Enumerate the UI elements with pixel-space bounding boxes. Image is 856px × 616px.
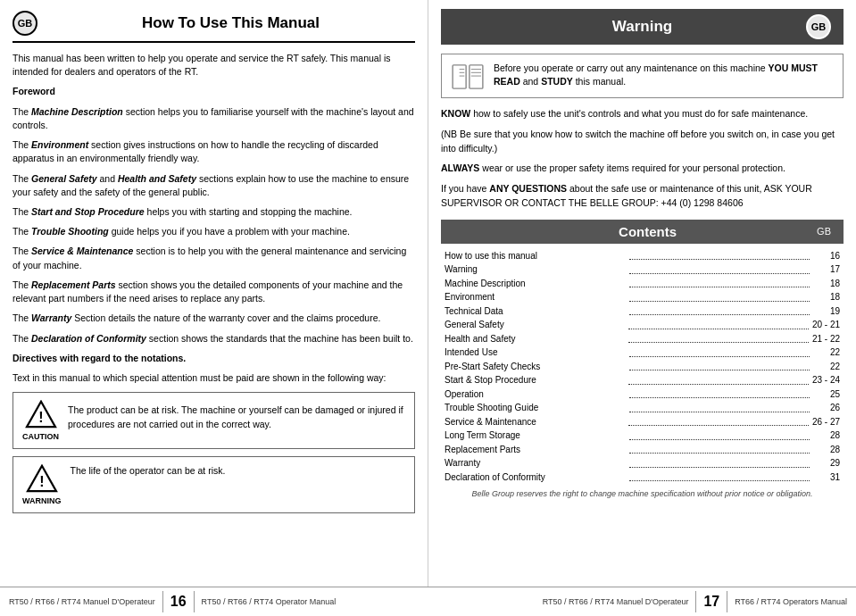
footer-right-text1: RT50 / RT66 / RT74 Manuel D'Operateur — [543, 597, 689, 606]
footer-left-text2: RT50 / RT66 / RT74 Operator Manual — [202, 597, 337, 606]
svg-rect-5 — [470, 65, 483, 88]
toc-page: 16 — [813, 249, 840, 263]
para-trouble: The Trouble Shooting guide helps you if … — [12, 225, 415, 238]
toc-dots — [629, 456, 810, 468]
caution-box: ! CAUTION The product can be at risk. Th… — [12, 392, 415, 449]
toc-item: Declaration of Conformity31 — [445, 470, 840, 485]
toc-dots — [629, 249, 810, 261]
book-icon — [451, 63, 485, 90]
toc-item: Technical Data19 — [445, 304, 840, 319]
toc-page: 31 — [813, 470, 840, 485]
toc-item: How to use this manual16 — [445, 249, 840, 263]
para-start-stop: The Start and Stop Procedure helps you w… — [12, 205, 415, 219]
foreword-label: Foreword — [12, 85, 415, 98]
warning-text: The life of the operator can be at risk. — [71, 464, 226, 478]
footer-left-page: 16 — [170, 594, 187, 610]
toc-item-label: Service & Maintenance — [445, 415, 625, 429]
toc-item-label: Machine Description — [445, 277, 626, 291]
toc-item-label: Environment — [445, 290, 626, 304]
footer-right-text2: RT66 / RT74 Operators Manual — [735, 597, 847, 606]
toc-note: Belle Group reserves the right to change… — [441, 489, 844, 498]
toc-page: 21 - 22 — [812, 332, 840, 346]
toc-dots — [629, 304, 810, 316]
warning-must-read: Before you operate or carry out any main… — [494, 62, 834, 88]
svg-text:!: ! — [38, 410, 43, 425]
toc-dots — [629, 429, 810, 440]
toc-page: 20 - 21 — [812, 318, 840, 332]
gb-badge-left: GB — [12, 11, 37, 36]
right-panel: Warning GB Before you operate or carry o… — [428, 0, 856, 587]
intro-para: This manual has been written to help you… — [12, 52, 415, 79]
toc-dots — [628, 415, 809, 427]
toc-list: How to use this manual16Warning17Machine… — [441, 249, 844, 485]
caution-text: The product can be at risk. The machine … — [68, 404, 405, 430]
right-body: KNOW how to safely use the unit's contro… — [441, 107, 844, 211]
toc-item-label: Start & Stop Procedure — [445, 373, 625, 387]
toc-item: Start & Stop Procedure23 - 24 — [445, 373, 840, 387]
footer-divider-4 — [727, 591, 727, 612]
toc-item-label: Long Term Storage — [445, 429, 626, 443]
footer-left-text1: RT50 / RT66 / RT74 Manuel D'Operateur — [9, 597, 155, 606]
right-header: Warning GB — [441, 9, 844, 45]
toc-item: Health and Safety21 - 22 — [445, 332, 840, 346]
toc-page: 22 — [813, 360, 840, 374]
gb-badge-right: GB — [806, 14, 831, 39]
nb-text: (NB Be sure that you know how to switch … — [441, 128, 844, 156]
toc-dots — [629, 387, 810, 399]
svg-text:!: ! — [39, 474, 44, 489]
toc-page: 23 - 24 — [812, 373, 840, 387]
toc-item-label: Trouble Shooting Guide — [445, 401, 626, 415]
toc-dots — [629, 290, 810, 302]
toc-item: Environment18 — [445, 290, 840, 304]
toc-dots — [629, 360, 810, 371]
para-general-safety: The General Safety and Health and Safety… — [12, 172, 415, 199]
contents-header: Contents GB — [441, 220, 844, 244]
toc-dots — [629, 443, 810, 454]
toc-dots — [629, 262, 810, 274]
toc-item: Warranty29 — [445, 456, 840, 470]
right-title: Warning — [478, 18, 806, 36]
left-header: GB How To Use This Manual — [12, 11, 415, 43]
know-text: KNOW how to safely use the unit's contro… — [441, 107, 844, 121]
toc-dots — [628, 332, 809, 344]
para-replacement: The Replacement Parts section shows you … — [12, 279, 415, 305]
left-panel: GB How To Use This Manual This manual ha… — [0, 0, 428, 587]
toc-item: Trouble Shooting Guide26 — [445, 401, 840, 415]
para-environment: The Environment section gives instructio… — [12, 138, 415, 165]
toc-item-label: Operation — [445, 387, 626, 402]
toc-item: Service & Maintenance26 - 27 — [445, 415, 840, 429]
toc-page: 28 — [813, 443, 840, 457]
toc-dots — [629, 401, 810, 412]
questions-text: If you have ANY QUESTIONS about the safe… — [441, 182, 844, 211]
warning-box: ! WARNING The life of the operator can b… — [12, 456, 415, 513]
para-service: The Service & Maintenance section is to … — [12, 245, 415, 271]
warning-label: WARNING — [22, 496, 62, 505]
toc-page: 29 — [813, 456, 840, 470]
toc-page: 26 - 27 — [812, 415, 840, 429]
svg-rect-4 — [453, 65, 466, 88]
gb-badge-contents: GB — [817, 226, 831, 237]
toc-item-label: Health and Safety — [445, 332, 625, 346]
toc-dots — [629, 277, 810, 288]
toc-dots — [628, 373, 809, 385]
always-text: ALWAYS wear or use the proper safety ite… — [441, 162, 844, 176]
toc-page: 18 — [813, 290, 840, 304]
footer-divider-3 — [695, 591, 696, 612]
footer-divider-2 — [194, 591, 195, 612]
toc-dots — [629, 470, 810, 482]
toc-item-label: General Safety — [445, 318, 625, 332]
para-warranty: The Warranty Section details the nature … — [12, 312, 415, 325]
toc-item-label: Intended Use — [445, 345, 626, 360]
directives-text: Text in this manual to which special att… — [12, 371, 415, 385]
toc-page: 22 — [813, 345, 840, 360]
toc-item: Intended Use22 — [445, 345, 840, 360]
warning-icon-wrap: ! WARNING — [22, 464, 62, 505]
toc-item: Operation25 — [445, 387, 840, 402]
toc-item: Long Term Storage28 — [445, 429, 840, 443]
directives-title: Directives with regard to the notations. — [12, 352, 415, 365]
toc-page: 28 — [813, 429, 840, 443]
toc-item: Machine Description18 — [445, 277, 840, 291]
toc-item-label: Pre-Start Safety Checks — [445, 360, 626, 374]
toc-item: Warning17 — [445, 262, 840, 277]
toc-item-label: Technical Data — [445, 304, 626, 319]
